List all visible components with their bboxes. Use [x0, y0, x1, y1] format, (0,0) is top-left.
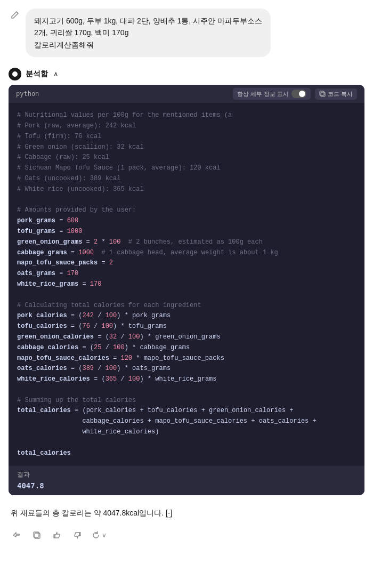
code-line-19: tofu_calories = (76 / 100) * tofu_grams: [17, 321, 356, 332]
user-message-line1: 돼지고기 600g, 두부 1kg, 대파 2단, 양배추 1통, 시주안 마파…: [34, 17, 262, 25]
thumbs-up-icon: [52, 530, 62, 540]
code-line-13: cabbage_grams = 1000 # 1 cabbage head, a…: [17, 248, 356, 259]
copy-button[interactable]: [31, 529, 43, 541]
answer-main-text: 위 재료들의 총 칼로리는 약 4047.8kcal입니다.: [11, 509, 164, 517]
thumbs-up-button[interactable]: [51, 529, 63, 541]
code-line-28: white_rice_calories): [17, 427, 356, 438]
user-message-line3: 칼로리계산좀해줘: [34, 41, 94, 49]
result-section: 결과 4047.8: [9, 466, 364, 495]
analysis-label: 분석함: [26, 69, 48, 79]
code-line-12: green_onion_grams = 2 * 100 # 2 bunches,…: [17, 237, 356, 248]
code-line-blank-2: [17, 290, 356, 301]
code-line-14: mapo_tofu_sauce_packs = 2: [17, 258, 356, 269]
code-line-15: oats_grams = 170: [17, 269, 356, 279]
toggle-switch[interactable]: [291, 90, 306, 98]
copy-icon: [319, 91, 326, 97]
chevron-up-icon: ∧: [53, 70, 58, 78]
thumbs-down-button[interactable]: [71, 529, 83, 541]
code-header: python 항상 세부 정보 표시 코드 복사: [9, 85, 364, 103]
gpt-icon: [9, 68, 21, 80]
code-line-25: # Summing up the total calories: [17, 396, 356, 406]
code-line-blank-3: [17, 385, 356, 396]
code-line-2: # Pork (raw, average): 242 kcal: [17, 121, 356, 132]
footer-actions: ∨: [0, 525, 373, 547]
code-block-container: python 항상 세부 정보 표시 코드 복사 # Nutritional v…: [9, 85, 364, 495]
top-message-area: 돼지고기 600g, 두부 1kg, 대파 2단, 양배추 1통, 시주안 마파…: [0, 0, 373, 63]
svg-rect-5: [54, 535, 55, 538]
result-label: 결과: [17, 470, 356, 479]
code-line-9: # Amounts provided by the user:: [17, 205, 356, 216]
code-line-1: # Nutritional values per 100g for the me…: [17, 110, 356, 121]
code-line-17: # Calculating total calories for each in…: [17, 301, 356, 311]
answer-text: 위 재료들의 총 칼로리는 약 4047.8kcal입니다. [-]: [0, 502, 373, 525]
code-line-22: mapo_tofu_sauce_calories = 120 * mapo_to…: [17, 353, 356, 364]
code-line-18: pork_calories = (242 / 100) * pork_grams: [17, 311, 356, 321]
code-line-20: green_onion_calories = (32 / 100) * gree…: [17, 332, 356, 343]
copy-code-button[interactable]: 코드 복사: [315, 88, 357, 100]
pencil-icon: [11, 11, 19, 21]
code-line-11: tofu_grams = 1000: [17, 227, 356, 237]
code-line-23: oats_calories = (389 / 100) * oats_grams: [17, 364, 356, 374]
code-language-label: python: [16, 90, 39, 98]
code-line-29: total_calories: [17, 448, 356, 459]
code-line-24: white_rice_calories = (365 / 100) * whit…: [17, 374, 356, 385]
svg-rect-1: [321, 92, 325, 96]
thumbs-down-icon: [72, 530, 82, 540]
code-line-3: # Tofu (firm): 76 kcal: [17, 132, 356, 142]
code-header-controls: 항상 세부 정보 표시 코드 복사: [233, 88, 357, 100]
answer-link[interactable]: [-]: [166, 509, 172, 518]
svg-point-0: [12, 71, 18, 77]
retry-chevron: ∨: [102, 531, 107, 539]
share-icon: [12, 530, 21, 540]
code-line-26: total_calories = (pork_calories + tofu_c…: [17, 406, 356, 416]
code-line-blank-1: [17, 195, 356, 206]
code-line-27: cabbage_calories + mapo_tofu_sauce_calor…: [17, 416, 356, 427]
copy-message-icon: [32, 530, 42, 540]
svg-rect-6: [79, 533, 80, 536]
code-line-7: # Oats (uncooked): 389 kcal: [17, 174, 356, 184]
copy-label: 코드 복사: [328, 90, 353, 98]
code-line-6: # Sichuan Mapo Tofu Sauce (1 pack, avera…: [17, 163, 356, 174]
code-line-5: # Cabbage (raw): 25 kcal: [17, 152, 356, 163]
retry-icon: [92, 531, 100, 539]
user-message-line2: 2개, 귀리쌀 170g, 백미 170g: [34, 28, 128, 37]
code-body: # Nutritional values per 100g for the me…: [9, 103, 364, 466]
user-message-bubble: 돼지고기 600g, 두부 1kg, 대파 2단, 양배추 1통, 시주안 마파…: [26, 9, 271, 57]
thumbs-down-left-button[interactable]: [11, 529, 22, 541]
svg-rect-2: [320, 91, 324, 95]
code-line-16: white_rice_grams = 170: [17, 279, 356, 290]
code-line-blank-4: [17, 438, 356, 448]
analysis-header[interactable]: 분석함 ∧: [0, 63, 373, 85]
code-line-8: # White rice (uncooked): 365 kcal: [17, 184, 356, 195]
always-show-button[interactable]: 항상 세부 정보 표시: [233, 88, 311, 100]
result-value: 4047.8: [17, 481, 356, 490]
retry-button[interactable]: ∨: [92, 531, 107, 539]
always-show-label: 항상 세부 정보 표시: [237, 90, 289, 98]
code-line-4: # Green onion (scallion): 32 kcal: [17, 142, 356, 153]
code-line-10: pork_grams = 600: [17, 216, 356, 227]
toggle-knob: [299, 91, 305, 97]
code-line-21: cabbage_calories = (25 / 100) * cabbage_…: [17, 343, 356, 353]
